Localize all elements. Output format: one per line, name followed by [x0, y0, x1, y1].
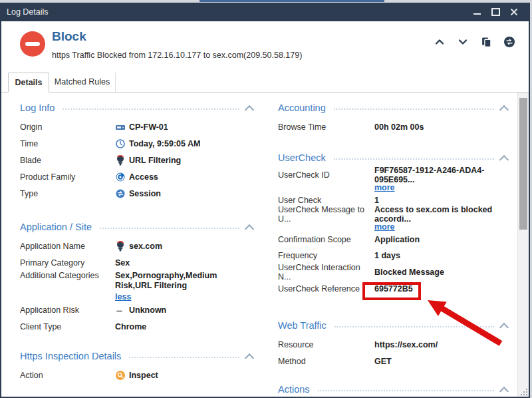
url-filtering-icon — [115, 155, 126, 166]
window-title: Log Details — [7, 7, 49, 17]
field-row-confirmation-scope: Confirmation Scope Application — [278, 232, 507, 247]
field-row-time: Time Today, 9:59:05 AM — [20, 135, 253, 152]
next-log-button[interactable] — [457, 36, 469, 48]
gateway-icon — [115, 122, 126, 132]
field-row-primary-category: Primary Category Sex — [20, 254, 253, 271]
section-actions: Actions — [278, 383, 507, 396]
field-value: CP-FW-01 — [129, 122, 168, 132]
log-details-window: Log Details Block https Traffic Blocked … — [0, 3, 530, 398]
collapse-chevron-icon[interactable] — [245, 353, 254, 362]
collapse-chevron-icon[interactable] — [499, 154, 509, 164]
close-icon[interactable] — [509, 7, 519, 17]
section-log-info: Log Info — [20, 101, 253, 114]
previous-log-button[interactable] — [434, 36, 446, 48]
field-label: UserCheck ID — [278, 170, 374, 180]
dotted-leader — [100, 227, 239, 229]
field-value: 1 — [374, 196, 379, 205]
field-value: Unknown — [129, 305, 166, 315]
field-row-usercheck-id: UserCheck ID F9F76587-1912-A246-ADA4-095… — [278, 168, 507, 182]
field-label: Browse Time — [278, 122, 374, 132]
vertical-scrollbar[interactable] — [517, 93, 529, 397]
scrollbar-thumb[interactable] — [519, 98, 527, 230]
field-row-frequency: Frequency 1 days — [278, 247, 507, 264]
tab-bar: Details Matched Rules — [1, 69, 529, 93]
field-value: 1 days — [374, 251, 400, 260]
field-row-usercheck-message: UserCheck Message to U... Access to sex.… — [278, 208, 507, 221]
field-row-application-risk: Application Risk Unknown — [20, 301, 253, 318]
field-row-origin: Origin CP-FW-01 — [20, 118, 253, 135]
minimize-icon[interactable] — [471, 7, 482, 17]
field-label: Origin — [20, 122, 115, 132]
field-value: Access to sex.com is blocked accordi... — [374, 205, 507, 224]
block-icon — [20, 31, 45, 57]
collapse-chevron-icon[interactable] — [245, 104, 254, 114]
field-label: Resource — [278, 340, 374, 349]
sync-icon[interactable] — [503, 36, 515, 48]
field-row-blade: Blade URL Filtering — [20, 152, 253, 168]
field-label: Client Type — [20, 322, 115, 331]
section-title: Application / Site — [20, 222, 92, 232]
field-row-browse-time: Browse Time 00h 02m 00s — [278, 118, 507, 135]
titlebar[interactable]: Log Details — [0, 3, 530, 21]
section-usercheck: UserCheck — [278, 151, 507, 164]
annotation-highlight-box — [362, 282, 421, 300]
field-label: User Check — [278, 196, 374, 205]
field-label: Frequency — [278, 251, 374, 260]
dotted-leader — [334, 108, 494, 110]
field-label: Action — [20, 371, 115, 380]
section-title: Log Info — [20, 102, 55, 113]
field-value: Inspect — [129, 371, 158, 380]
log-header: Block https Traffic Blocked from 172.16.… — [1, 21, 529, 69]
field-value: Blocked Message — [374, 268, 444, 277]
field-value: F9F76587-1912-A246-ADA4-095E695... — [374, 166, 507, 184]
field-row-additional-categories: Additional Categories Sex,Pornography,Me… — [20, 271, 253, 301]
access-icon — [115, 172, 126, 182]
dotted-leader — [129, 356, 239, 358]
section-title: Actions — [278, 384, 310, 395]
field-value: Sex,Pornography,Medium Risk,URL Filterin… — [115, 271, 241, 291]
left-column: Log Info Origin CP-FW-01 Time Today, 9:5… — [20, 101, 253, 398]
dotted-leader — [334, 158, 494, 160]
log-action-title: Block — [52, 29, 86, 44]
field-value: URL Filtering — [129, 156, 181, 165]
field-value: Application — [374, 235, 420, 244]
field-label: Primary Category — [20, 258, 115, 268]
collapse-chevron-icon[interactable] — [499, 386, 509, 395]
less-link[interactable]: less — [115, 292, 131, 301]
inspect-icon — [115, 370, 126, 381]
dotted-leader — [63, 108, 239, 110]
field-label: Blade — [20, 156, 115, 165]
clock-icon — [115, 138, 126, 149]
more-link[interactable]: more — [374, 222, 395, 232]
section-application-site: Application / Site — [20, 220, 253, 234]
field-value: Today, 9:59:05 AM — [129, 139, 200, 148]
url-filtering-icon — [115, 241, 126, 252]
collapse-chevron-icon[interactable] — [245, 224, 254, 233]
collapse-chevron-icon[interactable] — [499, 104, 509, 114]
field-row-type: Type Session — [20, 185, 253, 202]
field-label: UserCheck Reference — [278, 284, 374, 294]
field-row-client-type: Client Type Chrome — [20, 318, 253, 335]
copy-icon[interactable] — [480, 36, 492, 48]
maximize-icon[interactable] — [490, 7, 501, 17]
field-label: UserCheck Interaction N... — [278, 263, 374, 282]
more-link[interactable]: more — [374, 183, 395, 192]
resize-grip[interactable] — [519, 387, 527, 395]
tab-details[interactable]: Details — [8, 73, 49, 93]
field-value: Chrome — [115, 322, 146, 331]
tab-matched-rules[interactable]: Matched Rules — [49, 73, 116, 92]
section-https-inspection: Https Inspection Details — [20, 349, 253, 363]
field-row-action: Action Inspect — [20, 367, 253, 383]
field-row-method: Method GET — [278, 353, 507, 369]
section-traffic: Traffic — [20, 395, 253, 398]
background-app-sliver — [200, 0, 384, 2]
section-accounting: Accounting — [278, 101, 507, 114]
session-icon — [115, 188, 126, 199]
field-value: Sex — [115, 258, 130, 268]
field-row-product-family: Product Family Access — [20, 168, 253, 185]
field-label: Application Name — [20, 242, 115, 251]
log-description: https Traffic Blocked from 172.16.10.177… — [52, 51, 302, 60]
field-row-usercheck-interaction: UserCheck Interaction N... Blocked Messa… — [278, 264, 507, 280]
field-label: Product Family — [20, 172, 115, 182]
section-title: Https Inspection Details — [20, 351, 121, 361]
